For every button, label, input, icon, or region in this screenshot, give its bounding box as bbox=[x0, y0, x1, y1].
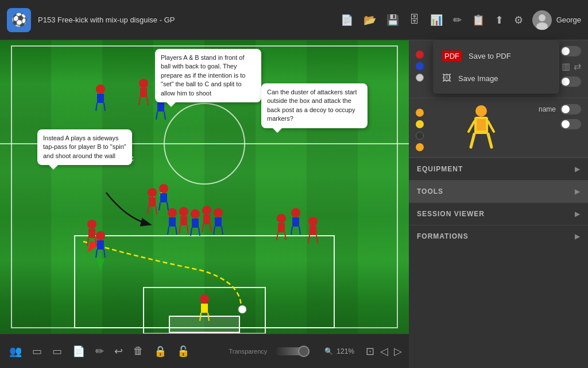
team2-player-svg bbox=[465, 104, 497, 150]
svg-line-90 bbox=[488, 121, 494, 132]
user-area: George bbox=[532, 10, 581, 30]
user-name: George bbox=[556, 16, 581, 24]
team2-config: name bbox=[409, 98, 588, 158]
team1-toggle2[interactable] bbox=[560, 76, 581, 87]
formations-label: FORMATIONS bbox=[417, 232, 469, 240]
undo-tool[interactable]: ↩ bbox=[112, 343, 125, 360]
lock-tool[interactable]: 🔒 bbox=[152, 343, 169, 360]
session-viewer-section[interactable]: SESSION VIEWER ▶ bbox=[409, 202, 588, 225]
save-pdf-item[interactable]: PDF Save to PDF bbox=[433, 45, 559, 67]
toolbar-icons: 📄 📂 💾 🗄 📊 ✏ 📋 ⬆ ⚙ bbox=[341, 14, 523, 26]
delete-tool[interactable]: 🗑 bbox=[131, 343, 146, 359]
topbar: ⚽ P153 Free-kick with mix-up disguise - … bbox=[0, 0, 588, 40]
arrows-icon[interactable]: ⇄ bbox=[574, 61, 581, 72]
team1-name-toggle[interactable] bbox=[560, 46, 581, 56]
stripe-icon[interactable]: ▥ bbox=[562, 61, 570, 72]
speech-bubble-1: Instead A plays a sideways tap-pass for … bbox=[37, 129, 132, 165]
open-icon[interactable]: 📂 bbox=[363, 14, 376, 26]
team1-color-blue[interactable] bbox=[416, 62, 424, 70]
settings-icon[interactable]: ⚙ bbox=[514, 14, 523, 26]
clipboard-icon[interactable]: 📋 bbox=[472, 14, 485, 26]
svg-point-1 bbox=[539, 14, 546, 21]
app-logo-icon: ⚽ bbox=[11, 13, 27, 28]
prev-icon[interactable]: ◁ bbox=[380, 345, 388, 358]
tools-label: TOOLS bbox=[417, 187, 443, 195]
svg-line-88 bbox=[488, 134, 492, 147]
team1-color-grey[interactable] bbox=[416, 74, 424, 82]
team2-name-toggle[interactable] bbox=[560, 104, 581, 114]
team2-colors bbox=[416, 104, 424, 151]
new-doc-icon[interactable]: 📄 bbox=[341, 14, 353, 26]
transparency-label: Transparency bbox=[229, 348, 267, 355]
equipment-section[interactable]: EQUIPMENT ▶ bbox=[409, 158, 588, 180]
team2-toggle2[interactable] bbox=[560, 119, 581, 129]
pencil-tool[interactable]: ✏ bbox=[93, 343, 106, 360]
unlock-tool[interactable]: 🔓 bbox=[175, 343, 192, 360]
equipment-chevron: ▶ bbox=[575, 165, 580, 173]
document-tool[interactable]: 📄 bbox=[70, 343, 87, 360]
share-icon[interactable]: ⬆ bbox=[495, 14, 504, 26]
team2-color-yellow[interactable] bbox=[416, 120, 424, 128]
svg-line-87 bbox=[471, 134, 474, 147]
edit-icon[interactable]: ✏ bbox=[453, 14, 462, 26]
speech-bubble-2: Players A & B stand in front of ball wit… bbox=[155, 49, 261, 102]
app-logo: ⚽ bbox=[7, 8, 31, 32]
zoom-area: 🔍 121% bbox=[324, 347, 354, 355]
team2-color-orange[interactable] bbox=[416, 109, 424, 117]
session-viewer-chevron: ▶ bbox=[575, 210, 580, 218]
image-icon: 🖼 bbox=[442, 73, 451, 83]
team2-figure-area bbox=[428, 104, 534, 150]
team1-colors bbox=[416, 46, 424, 82]
pdf-icon: PDF bbox=[442, 51, 462, 62]
document-title: P153 Free-kick with mix-up disguise - GP bbox=[38, 16, 341, 24]
team2-name-label: name bbox=[539, 105, 556, 113]
zoom-level: 121% bbox=[336, 347, 354, 355]
tools-chevron: ▶ bbox=[575, 187, 580, 195]
team1-color-red[interactable] bbox=[416, 51, 424, 59]
crop-icon[interactable]: ⊡ bbox=[366, 345, 374, 358]
svg-line-89 bbox=[469, 121, 474, 132]
save-icon[interactable]: 💾 bbox=[386, 14, 399, 26]
zoom-icon: 🔍 bbox=[324, 347, 333, 355]
panel-sections: EQUIPMENT ▶ TOOLS ▶ SESSION VIEWER ▶ FOR… bbox=[409, 158, 588, 368]
equipment-label: EQUIPMENT bbox=[417, 165, 463, 173]
next-icon[interactable]: ▷ bbox=[394, 345, 402, 358]
formations-chevron: ▶ bbox=[575, 232, 580, 240]
save-image-label: Save Image bbox=[458, 74, 498, 83]
save-image-item[interactable]: 🖼 Save Image bbox=[433, 67, 559, 89]
formations-section[interactable]: FORMATIONS ▶ bbox=[409, 225, 588, 247]
team2-name-row: name bbox=[539, 104, 581, 114]
team2-color-gold[interactable] bbox=[416, 143, 424, 151]
save-alt-icon[interactable]: 🗄 bbox=[409, 14, 420, 26]
save-pdf-label: Save to PDF bbox=[469, 52, 511, 60]
user-avatar bbox=[532, 10, 552, 30]
team2-controls: name bbox=[539, 104, 581, 129]
bottombar: 👥 ▭ ▭ 📄 ✏ ↩ 🗑 🔒 🔓 Transparency 🔍 121% ⊡ … bbox=[0, 334, 409, 368]
players-tool[interactable]: 👥 bbox=[7, 343, 24, 360]
team2-color-dark[interactable] bbox=[416, 132, 424, 140]
svg-rect-86 bbox=[477, 119, 486, 131]
tools-section[interactable]: TOOLS ▶ bbox=[409, 180, 588, 202]
session-viewer-label: SESSION VIEWER bbox=[417, 210, 485, 218]
shape-tool-1[interactable]: ▭ bbox=[30, 343, 44, 360]
export-icon[interactable]: 📊 bbox=[430, 14, 443, 26]
speech-bubble-3: Can the duster of attackers start outsid… bbox=[261, 83, 368, 128]
svg-point-84 bbox=[475, 105, 487, 117]
dropdown-menu: PDF Save to PDF 🖼 Save Image bbox=[433, 40, 559, 94]
field-canvas: B A C bbox=[0, 40, 409, 334]
shape-tool-2[interactable]: ▭ bbox=[50, 343, 64, 360]
